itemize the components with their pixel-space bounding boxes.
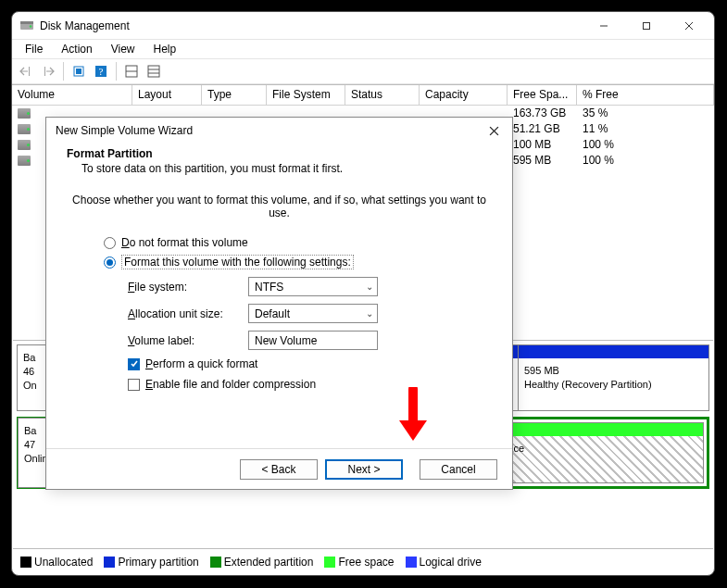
dialog-heading: Format Partition [67, 147, 153, 160]
dialog-titlebar: New Simple Volume Wizard [46, 118, 512, 144]
drive-icon [18, 140, 31, 150]
row-allocation: Allocation unit size: Default ⌄ [128, 304, 492, 323]
disk-size: 47 [24, 439, 35, 450]
toolbar-layout1-button[interactable] [121, 61, 142, 81]
radio-no-format[interactable]: Do not format this volume [104, 236, 492, 249]
menu-view[interactable]: View [102, 41, 144, 57]
checkbox-icon [128, 358, 140, 370]
legend-primary: Primary partition [118, 556, 198, 569]
label-filesystem: File system: [128, 281, 248, 294]
back-button[interactable]: < Back [240, 459, 318, 480]
row-filesystem: File system: NTFS ⌄ [128, 277, 492, 296]
legend-logical: Logical drive [420, 556, 482, 569]
svg-rect-4 [644, 22, 650, 29]
legend-extended: Extended partition [224, 556, 314, 569]
toolbar-layout2-button[interactable] [144, 61, 164, 81]
label-allocation: Allocation unit size: [128, 307, 248, 320]
checkbox-compression[interactable]: Enable file and folder compression [128, 378, 492, 391]
checkbox-label: Perform a quick format [145, 357, 257, 370]
disk-size: 46 [23, 366, 34, 377]
disk-label: Ba [23, 352, 35, 363]
menu-action[interactable]: Action [52, 41, 101, 57]
app-icon [19, 19, 34, 33]
cell-free: 100 MB [508, 137, 577, 153]
radio-icon [104, 256, 116, 269]
radio-icon [104, 237, 116, 249]
svg-rect-7 [29, 67, 30, 76]
col-status[interactable]: Status [345, 85, 420, 106]
dialog-prompt: Choose whether you want to format this v… [67, 194, 492, 219]
menubar: File Action View Help [12, 40, 714, 58]
swatch-logical [406, 557, 417, 568]
col-capacity[interactable]: Capacity [420, 85, 508, 106]
dialog-subheading: To store data on this partition, you mus… [81, 162, 492, 175]
drive-icon [18, 156, 31, 166]
menu-help[interactable]: Help [144, 41, 186, 57]
swatch-primary [104, 557, 115, 568]
input-volume-label[interactable]: New Volume [248, 331, 378, 350]
col-layout[interactable]: Layout [132, 85, 202, 106]
cell-free: 163.73 GB [508, 106, 577, 121]
swatch-extended [210, 557, 221, 568]
band-primary [519, 345, 708, 358]
titlebar: Disk Management [12, 12, 714, 40]
col-pct[interactable]: % Free [577, 85, 714, 106]
svg-rect-10 [76, 69, 81, 74]
swatch-free [324, 557, 335, 568]
cell-free: 51.21 GB [508, 121, 577, 137]
dialog-button-row: < Back Next > Cancel [46, 448, 512, 489]
row-volume-label: Volume label: New Volume [128, 331, 492, 350]
menu-file[interactable]: File [16, 41, 52, 57]
select-value: Default [255, 307, 290, 320]
nav-fwd-button[interactable] [38, 61, 58, 81]
radio-label: Do not format this volume [121, 236, 248, 249]
radio-format[interactable]: Format this volume with the following se… [104, 255, 492, 269]
svg-text:?: ? [99, 66, 104, 77]
select-value: NTFS [255, 281, 283, 294]
checkbox-label: Enable file and folder compression [145, 378, 316, 391]
cell-pct: 11 % [577, 121, 714, 137]
radio-label: Format this volume with the following se… [121, 255, 354, 269]
nav-back-button[interactable] [16, 61, 36, 81]
legend-free: Free space [338, 556, 394, 569]
svg-rect-15 [148, 66, 159, 77]
dialog-close-button[interactable] [481, 118, 507, 144]
legend-unallocated: Unallocated [34, 556, 93, 569]
dialog-header: Format Partition To store data on this p… [46, 144, 512, 184]
col-free[interactable]: Free Spa... [508, 85, 577, 106]
label-volume-label: Volume label: [128, 334, 248, 347]
window-title: Disk Management [40, 19, 130, 32]
partition-size: 595 MB [524, 364, 703, 378]
col-fs[interactable]: File System [267, 85, 345, 106]
next-button[interactable]: Next > [325, 459, 403, 480]
close-button[interactable] [668, 12, 710, 40]
cell-pct: 100 % [577, 153, 714, 169]
cell-free: 595 MB [508, 153, 577, 169]
cancel-button[interactable]: Cancel [420, 459, 497, 480]
select-allocation[interactable]: Default ⌄ [248, 304, 378, 323]
volume-table-header: Volume Layout Type File System Status Ca… [12, 85, 714, 106]
cell-pct: 100 % [577, 137, 714, 153]
minimize-button[interactable] [583, 12, 625, 40]
input-value: New Volume [255, 334, 317, 347]
disk-status: On [23, 380, 37, 391]
chevron-down-icon: ⌄ [366, 308, 373, 319]
toolbar-refresh-button[interactable] [69, 61, 89, 81]
drive-icon [18, 124, 31, 134]
partition-recovery[interactable]: 595 MB Healthy (Recovery Partition) [518, 345, 708, 410]
chevron-down-icon: ⌄ [366, 281, 373, 292]
legend: Unallocated Primary partition Extended p… [13, 548, 713, 574]
wizard-dialog: New Simple Volume Wizard Format Partitio… [45, 117, 513, 490]
dialog-title: New Simple Volume Wizard [56, 124, 193, 137]
svg-rect-8 [44, 67, 45, 76]
cell-pct: 35 % [577, 106, 714, 121]
toolbar-help-button[interactable]: ? [91, 61, 111, 81]
checkbox-quick-format[interactable]: Perform a quick format [128, 357, 492, 370]
col-type[interactable]: Type [202, 85, 267, 106]
maximize-button[interactable] [625, 12, 668, 40]
svg-rect-1 [20, 21, 33, 24]
select-filesystem[interactable]: NTFS ⌄ [248, 277, 378, 296]
col-volume[interactable]: Volume [12, 85, 132, 106]
disk-label: Ba [24, 425, 36, 436]
toolbar: ? [12, 58, 714, 84]
